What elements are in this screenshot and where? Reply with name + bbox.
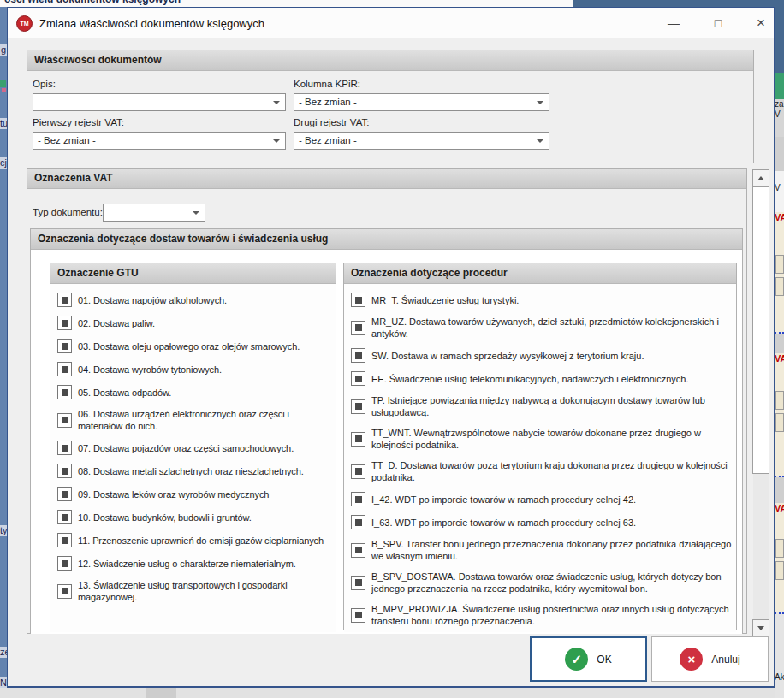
opis-select[interactable] xyxy=(33,93,286,111)
procedure-option[interactable]: B_SPV_DOSTAWA. Dostawa towarów oraz świa… xyxy=(351,571,733,594)
gtu-option[interactable]: 04. Dostawa wyrobów tytoniowych. xyxy=(57,362,332,376)
background-text-fragment: za xyxy=(775,99,784,109)
ok-button[interactable]: ✓ OK xyxy=(530,636,647,682)
chevron-down-icon xyxy=(273,139,280,143)
procedure-option[interactable]: SW. Dostawa w ramach sprzedaży wysyłkowe… xyxy=(351,348,733,363)
app-logo-icon: TM xyxy=(16,15,33,32)
gtu-option-label: 04. Dostawa wyrobów tytoniowych. xyxy=(78,364,222,376)
checkbox-indeterminate-icon[interactable] xyxy=(57,464,72,478)
procedure-option[interactable]: I_63. WDT po imporcie towarów w ramach p… xyxy=(351,515,733,529)
checkbox-indeterminate-icon[interactable] xyxy=(57,533,72,547)
gtu-option[interactable]: 06. Dostawa urządzeń elektronicznych ora… xyxy=(57,408,332,432)
checkbox-indeterminate-icon[interactable] xyxy=(351,608,365,623)
checkbox-indeterminate-icon[interactable] xyxy=(351,293,365,307)
checkbox-fill xyxy=(62,445,68,452)
cancel-button[interactable]: × Anuluj xyxy=(651,636,769,682)
procedure-option[interactable]: TT_WNT. Wewnątrzwspólnotowe nabycie towa… xyxy=(351,427,733,451)
gtu-option[interactable]: 07. Dostawa pojazdów oraz części samocho… xyxy=(57,441,332,455)
gtu-groupbox: Oznaczenie GTU 01. Dostawa napojów alkoh… xyxy=(50,263,336,630)
checkbox-fill xyxy=(62,320,68,327)
gtu-option[interactable]: 09. Dostawa leków oraz wyrobów medycznyc… xyxy=(57,487,332,501)
checkbox-indeterminate-icon[interactable] xyxy=(57,293,72,307)
background-text-fragment: g xyxy=(0,44,7,56)
maximize-button[interactable]: □ xyxy=(708,14,728,33)
procedure-option[interactable]: EE. Świadczenie usług telekomunikacyjnyc… xyxy=(351,371,733,386)
checkbox-indeterminate-icon[interactable] xyxy=(351,371,365,386)
checkbox-indeterminate-icon[interactable] xyxy=(57,487,72,501)
gtu-option[interactable]: 12. Świadczenie usług o charakterze niem… xyxy=(57,556,332,571)
scrollbar-track[interactable] xyxy=(753,474,769,619)
procedure-option[interactable]: MR_T. Świadczenie usług turystyki. xyxy=(351,293,733,307)
background-window-titlebar: ości wielu dokumentów księgowych xyxy=(0,0,784,7)
procedures-header: Oznaczenia dotyczące procedur xyxy=(344,263,736,284)
pierwszy-rejestr-label: Pierwszy rejestr VAT: xyxy=(33,117,124,127)
gtu-option[interactable]: 03. Dostawa oleju opałowego oraz olejów … xyxy=(57,339,332,353)
procedure-option-label: TT_D. Dostawa towarów poza terytorium kr… xyxy=(371,459,733,483)
scroll-up-button[interactable] xyxy=(752,169,769,186)
gtu-option-label: 02. Dostawa paliw. xyxy=(78,317,155,329)
minimize-button[interactable]: — xyxy=(663,14,684,33)
procedure-option[interactable]: I_42. WDT po imporcie towarów w ramach p… xyxy=(351,492,733,506)
checkbox-indeterminate-icon[interactable] xyxy=(57,556,72,571)
checkbox-indeterminate-icon[interactable] xyxy=(57,413,72,428)
checkbox-indeterminate-icon[interactable] xyxy=(351,543,365,558)
gtu-option-label: 01. Dostawa napojów alkoholowych. xyxy=(78,294,227,306)
checkbox-indeterminate-icon[interactable] xyxy=(351,515,365,529)
checkbox-fill xyxy=(355,297,362,304)
checkbox-indeterminate-icon[interactable] xyxy=(57,316,72,330)
gtu-option[interactable]: 08. Dostawa metali szlachetnych oraz nie… xyxy=(57,464,332,478)
drugi-rejestr-select[interactable]: - Bez zmian - xyxy=(294,132,549,150)
checkbox-fill xyxy=(355,579,362,586)
checkbox-indeterminate-icon[interactable] xyxy=(57,584,72,599)
checkbox-indeterminate-icon[interactable] xyxy=(351,399,365,414)
gtu-option[interactable]: 11. Przenoszenie uprawnień do emisji gaz… xyxy=(57,533,332,547)
kolumna-kpir-select[interactable]: - Bez zmian - xyxy=(294,93,549,111)
checkbox-indeterminate-icon[interactable] xyxy=(351,321,365,335)
procedure-option-label: MR_UZ. Dostawa towarów używanych, dzieł … xyxy=(371,316,733,340)
checkbox-indeterminate-icon[interactable] xyxy=(351,432,365,447)
checkbox-indeterminate-icon[interactable] xyxy=(57,385,72,399)
kolumna-kpir-label: Kolumna KPiR: xyxy=(294,79,360,89)
dialog-titlebar[interactable]: TM Zmiana właściwości dokumentów księgow… xyxy=(8,8,774,38)
chevron-down-icon xyxy=(273,101,280,104)
background-text-fragment: ze xyxy=(0,647,7,658)
procedure-option[interactable]: MR_UZ. Dostawa towarów używanych, dzieł … xyxy=(351,316,733,340)
gtu-option[interactable]: 10. Dostawa budynków, budowli i gruntów. xyxy=(57,510,332,524)
cancel-button-label: Anuluj xyxy=(711,654,739,665)
checkbox-indeterminate-icon[interactable] xyxy=(57,510,72,524)
checkbox-indeterminate-icon[interactable] xyxy=(351,348,365,363)
dialog-title: Zmiana właściwości dokumentów księgowych xyxy=(39,17,264,30)
background-block xyxy=(775,0,784,73)
background-icon xyxy=(2,88,6,92)
procedure-option[interactable]: TP. Istniejące powiązania między nabywcą… xyxy=(351,394,733,418)
vat-header: Oznaczenia VAT xyxy=(27,169,746,189)
gtu-option-label: 08. Dostawa metali szlachetnych oraz nie… xyxy=(78,465,304,477)
checkbox-indeterminate-icon[interactable] xyxy=(351,492,365,506)
pierwszy-rejestr-select[interactable]: - Bez zmian - xyxy=(33,132,286,150)
checkbox-indeterminate-icon[interactable] xyxy=(57,339,72,353)
typ-dokumentu-select[interactable] xyxy=(103,204,205,222)
background-block xyxy=(775,334,784,353)
procedure-option[interactable]: TT_D. Dostawa towarów poza terytorium kr… xyxy=(351,459,733,483)
procedure-option[interactable]: B_SPV. Transfer bonu jednego przeznaczen… xyxy=(351,538,733,562)
checkbox-indeterminate-icon[interactable] xyxy=(57,362,72,376)
scrollbar-thumb[interactable] xyxy=(752,186,769,474)
checkbox-indeterminate-icon[interactable] xyxy=(351,576,365,590)
checkbox-fill xyxy=(355,352,362,359)
checkbox-indeterminate-icon[interactable] xyxy=(351,464,365,479)
close-button[interactable]: × xyxy=(751,14,771,33)
vat-scrollbar[interactable] xyxy=(752,169,769,636)
check-glyph: ✓ xyxy=(572,652,583,667)
background-block xyxy=(775,365,784,476)
procedure-option[interactable]: B_MPV_PROWIZJA. Świadczenie usług pośred… xyxy=(351,603,733,627)
background-text-fragment: V xyxy=(775,183,784,193)
x-glyph: × xyxy=(687,652,695,666)
arrow-up-icon xyxy=(757,176,764,180)
checkbox-indeterminate-icon[interactable] xyxy=(57,441,72,455)
gtu-option[interactable]: 02. Dostawa paliw. xyxy=(57,316,332,330)
gtu-option[interactable]: 01. Dostawa napojów alkoholowych. xyxy=(57,293,332,307)
gtu-option[interactable]: 05. Dostawa odpadów. xyxy=(57,385,332,399)
gtu-option[interactable]: 13. Świadczenie usług transportowych i g… xyxy=(57,579,332,603)
scroll-down-button[interactable] xyxy=(752,619,769,636)
background-text-fragment: ty xyxy=(0,525,7,536)
